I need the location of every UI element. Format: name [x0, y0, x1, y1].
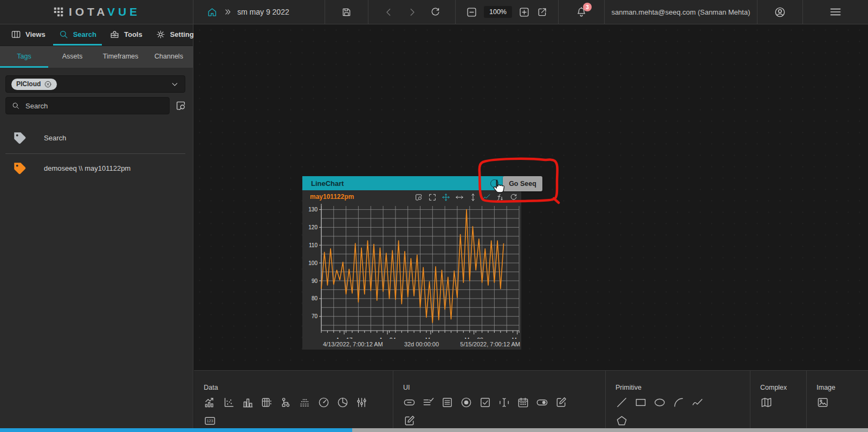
arc-icon[interactable]: [672, 396, 685, 409]
nav-label: Search: [73, 30, 96, 38]
forward-icon[interactable]: [406, 7, 418, 18]
numbers-icon[interactable]: 123: [204, 415, 216, 427]
svg-text:130: 130: [308, 207, 318, 212]
h-arrows-icon[interactable]: [455, 193, 464, 202]
nav-label: Views: [25, 30, 46, 38]
scrollbar-thumb[interactable]: [0, 428, 352, 432]
sliders-icon[interactable]: [355, 396, 368, 409]
svg-text:Apr 17: Apr 17: [336, 337, 353, 339]
top-bar: IOTAVUE sm may 9 2022 100% 3 sanman.meht…: [0, 0, 868, 24]
button-icon[interactable]: [403, 396, 416, 409]
multiselect-icon[interactable]: [422, 396, 435, 409]
account-icon[interactable]: [774, 6, 786, 18]
user-email[interactable]: sanman.mehta@seeq.com (Sanman Mehta): [612, 8, 750, 16]
toggle-icon[interactable]: [536, 396, 548, 409]
nav-item-tools[interactable]: Tools: [104, 24, 148, 46]
bar-chart-icon[interactable]: [242, 396, 254, 409]
magnifier-icon: [11, 101, 20, 110]
datasource-select[interactable]: PICloud: [5, 75, 185, 93]
section-label: Primitive: [616, 384, 750, 391]
refresh-icon[interactable]: [430, 7, 441, 18]
palette-section-complex: Complex: [750, 371, 807, 428]
horizontal-scrollbar[interactable]: [0, 428, 868, 432]
list-item-label: Search: [44, 134, 66, 142]
zoom-level[interactable]: 100%: [484, 6, 512, 18]
heatmap-icon[interactable]: [299, 396, 311, 409]
saved-search-icon[interactable]: [175, 100, 187, 112]
calendar-icon[interactable]: [517, 396, 529, 409]
logo-text: IOTAVUE: [69, 5, 140, 18]
account-cell: [757, 0, 803, 24]
tab-channels[interactable]: Channels: [145, 46, 193, 68]
list-item-search[interactable]: Search: [0, 124, 193, 152]
svg-text:May 08: May 08: [464, 337, 483, 339]
svg-text:May: May: [512, 337, 521, 339]
time-range-footer: 4/13/2022, 7:00:12 AM 32d 00:00:00 5/15/…: [302, 341, 521, 347]
search-input[interactable]: [25, 102, 150, 110]
line-chart[interactable]: 708090100110120130Apr 17Apr 24MayMay 08M…: [302, 203, 521, 339]
tab-timeframes[interactable]: Timeframes: [96, 46, 145, 68]
fullscreen-icon[interactable]: [428, 193, 437, 202]
hierarchy-icon[interactable]: [280, 396, 292, 409]
double-chevron-icon: [223, 7, 232, 17]
sidebar: Views Search Tools Settings Tags Assets …: [0, 24, 193, 432]
nav-label: Tools: [124, 30, 142, 38]
chip-remove-icon[interactable]: [44, 80, 52, 88]
image-icon[interactable]: [817, 396, 829, 409]
move-icon[interactable]: [442, 193, 450, 202]
tab-assets[interactable]: Assets: [48, 46, 96, 68]
notifications-button[interactable]: 3: [575, 6, 587, 18]
input-cursor-icon[interactable]: [498, 396, 510, 409]
line-icon[interactable]: [616, 396, 628, 409]
reset-icon[interactable]: [509, 193, 518, 202]
list-icon[interactable]: [441, 396, 454, 409]
nav-item-search[interactable]: Search: [53, 24, 102, 46]
tag-icon: [12, 130, 28, 146]
home-icon[interactable]: [206, 7, 218, 18]
inspect-icon[interactable]: [414, 193, 423, 202]
series-legend: may101122pm: [310, 193, 354, 201]
checkbox-icon[interactable]: [479, 396, 491, 409]
back-icon[interactable]: [383, 7, 394, 18]
gauge-icon[interactable]: [318, 396, 330, 409]
edit-icon[interactable]: [555, 396, 567, 409]
map-icon[interactable]: [760, 396, 773, 409]
search-row: [5, 97, 190, 114]
search-icon: [59, 29, 69, 40]
pie-chart-icon[interactable]: [336, 396, 349, 409]
pentagon-icon[interactable]: [616, 415, 628, 427]
open-external-icon[interactable]: [536, 7, 548, 18]
chevron-down-icon: [170, 80, 179, 89]
chart-trend-icon[interactable]: [204, 396, 216, 409]
ellipse-icon[interactable]: [653, 396, 666, 409]
edit-icon[interactable]: [403, 415, 416, 427]
scatter-plot-icon[interactable]: [223, 396, 235, 409]
table-grid-icon[interactable]: [261, 396, 273, 409]
tab-tags[interactable]: Tags: [0, 46, 48, 68]
svg-text:May: May: [425, 337, 437, 339]
v-arrows-icon[interactable]: [469, 193, 477, 202]
svg-text:123: 123: [207, 419, 213, 423]
widget-titlebar[interactable]: LineChart: [302, 176, 521, 190]
palette-section-image: Image: [807, 371, 868, 428]
polyline-icon[interactable]: [691, 396, 704, 409]
dashboard-canvas[interactable]: LineChart may101122pm 708090100110120130…: [194, 24, 868, 370]
notification-badge: 3: [583, 3, 592, 11]
section-label: Image: [817, 384, 868, 391]
range-duration: 32d 00:00:00: [404, 341, 439, 347]
filter-chip: PICloud: [11, 79, 57, 90]
linechart-widget[interactable]: LineChart may101122pm 708090100110120130…: [302, 176, 521, 350]
dashboard-title[interactable]: sm may 9 2022: [237, 8, 289, 16]
mouse-cursor-hand: [489, 178, 506, 195]
go-seeq-button[interactable]: Go Seeq: [503, 176, 542, 191]
radio-icon[interactable]: [460, 396, 472, 409]
hamburger-menu-icon[interactable]: [828, 5, 843, 19]
filter-chip-label: PICloud: [16, 80, 41, 88]
list-item-demoseeq[interactable]: demoseeq \\ may101122pm: [0, 154, 193, 182]
rectangle-icon[interactable]: [634, 396, 647, 409]
save-icon[interactable]: [341, 7, 352, 18]
zoom-out-icon[interactable]: [466, 7, 477, 18]
zoom-in-icon[interactable]: [519, 7, 530, 18]
svg-text:90: 90: [312, 278, 318, 284]
nav-item-views[interactable]: Views: [5, 24, 51, 46]
